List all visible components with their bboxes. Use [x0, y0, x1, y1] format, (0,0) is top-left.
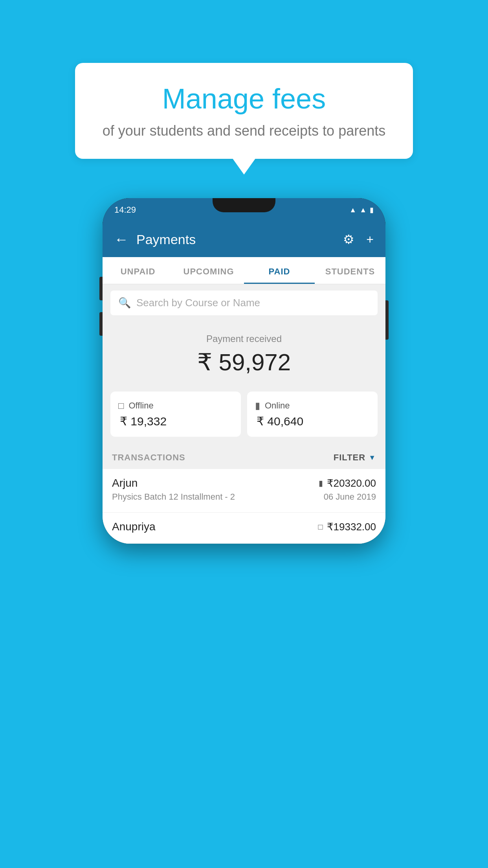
signal-icon: ▲ — [360, 206, 367, 214]
transaction-amount-2: ₹19332.00 — [327, 521, 376, 533]
payment-received-label: Payment received — [110, 333, 378, 344]
online-card-header: ▮ Online — [255, 400, 370, 411]
status-time: 14:29 — [114, 205, 136, 215]
payment-received-amount: ₹ 59,972 — [110, 348, 378, 376]
tabs-bar: UNPAID UPCOMING PAID STUDENTS — [103, 257, 385, 284]
transaction-name-1: Arjun — [112, 477, 138, 489]
app-bar-title: Payments — [136, 232, 335, 247]
app-bar: ← Payments ⚙ + — [103, 222, 385, 257]
status-icons: ▲ ▲ ▮ — [349, 206, 374, 214]
tab-paid[interactable]: PAID — [244, 257, 315, 284]
offline-card-header: □ Offline — [118, 400, 233, 411]
online-payment-card: ▮ Online ₹ 40,640 — [247, 392, 378, 437]
filter-label: FILTER — [334, 452, 365, 463]
offline-payment-icon-2: □ — [318, 522, 323, 531]
add-icon[interactable]: + — [366, 232, 374, 247]
transaction-amount-wrap-2: □ ₹19332.00 — [318, 521, 376, 533]
transaction-item[interactable]: Arjun ▮ ₹20320.00 Physics Batch 12 Insta… — [103, 469, 385, 513]
transaction-row-1: Arjun ▮ ₹20320.00 — [112, 477, 376, 489]
tab-students[interactable]: STUDENTS — [315, 257, 385, 284]
phone-wrapper: 14:29 ▲ ▲ ▮ ← Payments ⚙ + UNPAID UPCOMI… — [103, 198, 385, 544]
tab-upcoming[interactable]: UPCOMING — [173, 257, 244, 284]
app-bar-icons: ⚙ + — [343, 232, 374, 247]
transaction-subrow-1: Physics Batch 12 Installment - 2 06 June… — [112, 492, 376, 502]
transaction-row-2: Anupriya □ ₹19332.00 — [112, 520, 376, 533]
back-button[interactable]: ← — [114, 231, 128, 248]
offline-amount: ₹ 19,332 — [118, 414, 233, 428]
payment-cards: □ Offline ₹ 19,332 ▮ Online ₹ 40,640 — [103, 392, 385, 445]
speech-bubble: Manage fees of your students and send re… — [75, 63, 413, 159]
search-icon: 🔍 — [118, 297, 131, 309]
transaction-item-2[interactable]: Anupriya □ ₹19332.00 — [103, 513, 385, 544]
transaction-date-1: 06 June 2019 — [324, 492, 376, 502]
tab-unpaid[interactable]: UNPAID — [103, 257, 173, 284]
search-bar[interactable]: 🔍 Search by Course or Name — [110, 291, 378, 315]
transaction-name-2: Anupriya — [112, 520, 156, 533]
card-payment-icon-1: ▮ — [319, 478, 323, 488]
speech-bubble-title: Manage fees — [99, 83, 389, 115]
transaction-amount-wrap-1: ▮ ₹20320.00 — [319, 477, 376, 489]
side-button-vol-down — [99, 312, 103, 336]
transaction-course-1: Physics Batch 12 Installment - 2 — [112, 492, 235, 502]
phone-screen: 🔍 Search by Course or Name Payment recei… — [103, 284, 385, 544]
card-icon: ▮ — [255, 400, 260, 411]
transactions-label: TRANSACTIONS — [112, 452, 185, 463]
offline-label: Offline — [129, 401, 154, 411]
side-button-power — [385, 300, 389, 340]
payment-received-section: Payment received ₹ 59,972 — [103, 322, 385, 392]
settings-icon[interactable]: ⚙ — [343, 232, 354, 247]
speech-bubble-subtitle: of your students and send receipts to pa… — [99, 123, 389, 139]
transactions-header: TRANSACTIONS FILTER ▼ — [103, 445, 385, 469]
search-input[interactable]: Search by Course or Name — [136, 297, 260, 309]
online-amount: ₹ 40,640 — [255, 414, 370, 428]
online-label: Online — [265, 401, 290, 411]
status-bar: 14:29 ▲ ▲ ▮ — [103, 198, 385, 222]
filter-button[interactable]: FILTER ▼ — [334, 452, 376, 463]
offline-payment-card: □ Offline ₹ 19,332 — [110, 392, 241, 437]
phone-frame: 14:29 ▲ ▲ ▮ ← Payments ⚙ + UNPAID UPCOMI… — [103, 198, 385, 544]
transaction-amount-1: ₹20320.00 — [327, 477, 376, 489]
battery-icon: ▮ — [370, 206, 374, 214]
side-button-vol-up — [99, 277, 103, 300]
filter-icon: ▼ — [369, 454, 376, 462]
search-container: 🔍 Search by Course or Name — [103, 284, 385, 322]
offline-icon: □ — [118, 400, 124, 411]
wifi-icon: ▲ — [349, 206, 356, 214]
